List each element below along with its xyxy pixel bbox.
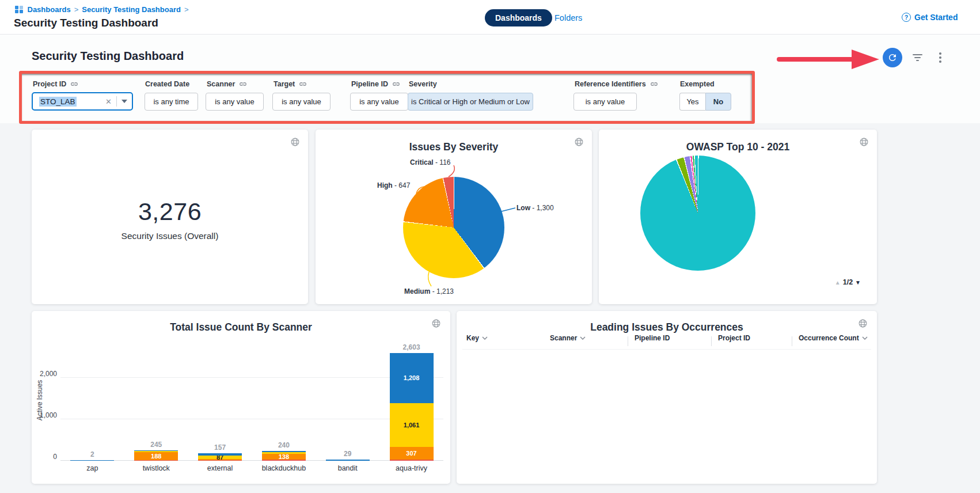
bar-segment-low[interactable] <box>134 450 178 451</box>
bar-segment-low[interactable]: 1,208 <box>390 353 434 403</box>
exempted-toggle: Yes No <box>679 93 731 111</box>
bar-column-bandit[interactable]: 29 <box>316 339 379 461</box>
breadcrumb-dashboards-link[interactable]: Dashboards <box>28 5 71 14</box>
get-started-link[interactable]: ? Get Started <box>902 13 958 22</box>
dropdown-icon[interactable] <box>117 100 132 103</box>
project-id-value: STO_LAB <box>39 97 77 107</box>
bar-column-aqua-trivy[interactable]: 2,6033071,0611,208 <box>379 339 443 461</box>
bar-segment-high[interactable]: 307 <box>390 447 434 460</box>
bar-total-label: 29 <box>344 450 351 458</box>
y-tick: 1,000 <box>32 411 57 419</box>
top-header: Dashboards > Security Testing Dashboard … <box>0 0 980 35</box>
bar-column-external[interactable]: 15787 <box>188 339 252 461</box>
explore-globe-icon[interactable] <box>859 137 869 149</box>
link-icon <box>70 80 78 88</box>
column-separator <box>628 336 628 346</box>
bar-stack: 188 <box>134 450 178 461</box>
tile-issues-by-severity: Issues By Severity Critical - 116 High -… <box>316 130 592 304</box>
sort-chevron-down-icon <box>862 336 868 340</box>
filter-label-text: Created Date <box>145 80 189 88</box>
target-filter[interactable]: is any value <box>272 93 331 111</box>
severity-filter[interactable]: is Critical or High or Medium or Low <box>408 93 533 111</box>
bar-segment-value: 1,061 <box>404 422 420 428</box>
tile-security-issues-overall: 3,276 Security Issues (Overall) <box>32 130 308 304</box>
page-down-icon[interactable]: ▼ <box>855 279 861 286</box>
dashboard-filter-icon[interactable] <box>912 54 922 63</box>
breadcrumb-current-link[interactable]: Security Testing Dashboard <box>82 5 181 14</box>
link-icon <box>392 80 400 88</box>
breadcrumb-separator: > <box>74 5 79 14</box>
column-header-scanner[interactable]: Scanner <box>550 334 586 342</box>
bar-segment-medium[interactable]: 87 <box>198 456 242 459</box>
pipeline-id-filter[interactable]: is any value <box>350 93 408 111</box>
filter-label-exempted: Exempted <box>680 80 715 88</box>
bar-segment-medium[interactable] <box>262 452 306 454</box>
bar-segment-high[interactable]: 188 <box>134 452 178 460</box>
bar-stack: 138 <box>262 451 306 461</box>
tile-leading-issues-by-occurrences: Leading Issues By Occurrences Key Scanne… <box>457 311 877 484</box>
pie-label-low: Low - 1,300 <box>516 204 554 212</box>
bar-plot-area: 224518815787240138292,6033071,0611,208 <box>60 339 443 461</box>
bar-segment-critical[interactable] <box>134 460 178 461</box>
owasp-pie[interactable] <box>640 156 755 271</box>
bar-segment-medium[interactable] <box>134 451 178 452</box>
filter-label-text: Severity <box>409 80 437 88</box>
more-options-icon[interactable] <box>939 52 941 63</box>
page-title: Security Testing Dashboard <box>14 17 158 29</box>
bar-segment-critical[interactable] <box>390 460 434 461</box>
link-icon <box>650 80 658 88</box>
column-header-occurrence-count[interactable]: Occurrence Count <box>799 334 868 342</box>
bar-segment-value: 138 <box>279 454 289 460</box>
created-date-filter[interactable]: is any time <box>145 93 198 111</box>
explore-globe-icon[interactable] <box>290 137 300 149</box>
explore-globe-icon[interactable] <box>858 318 868 330</box>
reference-identifiers-filter[interactable]: is any value <box>573 93 637 111</box>
filter-label-scanner: Scanner <box>207 80 247 88</box>
overall-issues-caption: Security Issues (Overall) <box>32 231 308 241</box>
column-label: Pipeline ID <box>635 334 670 342</box>
bar-segment-low[interactable] <box>326 460 370 461</box>
bar-segment-medium[interactable]: 1,061 <box>390 403 434 447</box>
scanner-filter[interactable]: is any value <box>206 93 264 111</box>
bar-column-blackduckhub[interactable]: 240138 <box>252 339 316 461</box>
bar-segment-high[interactable]: 138 <box>262 454 306 460</box>
tile-title: Leading Issues By Occurrences <box>457 321 877 333</box>
bar-segment-low[interactable] <box>198 453 242 456</box>
tile-title: Issues By Severity <box>316 141 592 153</box>
x-label: external <box>188 464 252 472</box>
column-header-project-id[interactable]: Project ID <box>718 334 750 342</box>
filter-label-text: Reference Identifiers <box>575 80 646 88</box>
bar-segment-low[interactable] <box>70 460 114 461</box>
table-header-row: Key Scanner Pipeline ID Project ID Occur… <box>457 334 877 349</box>
column-label: Occurrence Count <box>799 334 859 342</box>
tab-folders[interactable]: Folders <box>554 13 582 22</box>
tab-dashboards[interactable]: Dashboards <box>485 9 552 26</box>
page-up-icon[interactable]: ▲ <box>835 279 841 286</box>
tile-issue-count-by-scanner: Total Issue Count By Scanner Active Issu… <box>32 311 450 484</box>
tile-title: OWASP Top 10 - 2021 <box>599 141 877 153</box>
explore-globe-icon[interactable] <box>431 318 441 330</box>
exempted-yes-button[interactable]: Yes <box>679 93 705 111</box>
refresh-icon <box>887 52 898 63</box>
link-icon <box>239 80 247 88</box>
bar-segment-low[interactable] <box>262 451 306 452</box>
bar-segment-value: 307 <box>406 450 416 457</box>
column-header-pipeline-id[interactable]: Pipeline ID <box>635 334 670 342</box>
y-tick: 2,000 <box>32 370 57 378</box>
bar-column-twistlock[interactable]: 245188 <box>124 339 188 461</box>
column-separator <box>711 336 712 346</box>
filter-label-pipeline-id: Pipeline ID <box>351 80 400 88</box>
issues-by-severity-pie[interactable] <box>403 177 504 278</box>
column-header-key[interactable]: Key <box>466 334 488 342</box>
project-id-filter-input[interactable]: STO_LAB ✕ <box>32 92 133 111</box>
filter-label-text: Project ID <box>33 80 66 88</box>
filter-label-target: Target <box>274 80 307 88</box>
bar-column-zap[interactable]: 2 <box>60 339 124 461</box>
bar-total-label: 157 <box>214 443 226 452</box>
clear-icon[interactable]: ✕ <box>105 97 112 106</box>
refresh-button[interactable] <box>883 48 902 67</box>
bar-segment-value: 188 <box>151 453 161 459</box>
filter-label-text: Target <box>274 80 295 88</box>
exempted-no-button[interactable]: No <box>705 93 731 111</box>
explore-globe-icon[interactable] <box>574 137 584 149</box>
